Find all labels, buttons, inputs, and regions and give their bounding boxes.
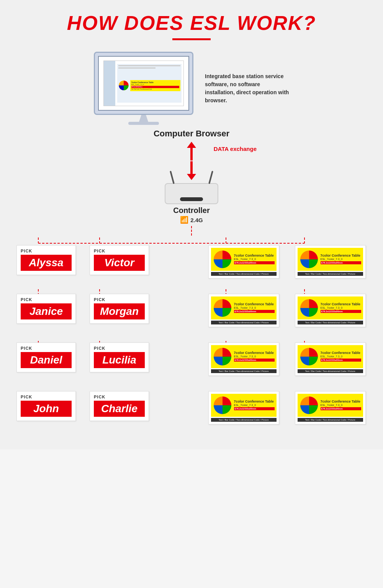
esl-title-1: 7color Conference Table xyxy=(234,254,275,258)
name-card-daniel: PICK Daniel xyxy=(16,342,76,372)
esl-info-3: 7color Conference Table ESL_7color_7.3_0… xyxy=(234,302,275,314)
col-charlie: PICK Charlie xyxy=(90,389,149,423)
arrow-shaft-up xyxy=(190,147,193,161)
col-esl-5: 7color Conference Table ESL_7color_7.3_0… xyxy=(207,341,280,378)
esl-card-3: 7color Conference Table ESL_7color_7.3_0… xyxy=(208,294,279,327)
esl-id-5: E76.2a12333a00mm xyxy=(234,359,275,362)
col-esl-7: 7color Conference Table ESL_7color_7.3_0… xyxy=(207,389,280,426)
esl-inner-2: 7color Conference Table ESL_7color_7.3_0… xyxy=(298,248,363,271)
esl-model-5: ESL_7color_7.3_0 xyxy=(234,355,275,358)
esl-id-3: E76.2a12333a00mm xyxy=(234,310,275,313)
v-line-top xyxy=(191,226,192,236)
name-card-john: PICK John xyxy=(16,391,76,421)
esl-info-5: 7color Conference Table ESL_7color_7.3_0… xyxy=(234,351,275,363)
esl-title-3: 7color Conference Table xyxy=(234,302,275,307)
pick-label-lucilia: PICK xyxy=(94,346,145,351)
pick-label-charlie: PICK xyxy=(94,395,145,399)
esl-info-4: 7color Conference Table ESL_7color_7.3_0… xyxy=(321,302,361,314)
arrow-shaft-down xyxy=(190,161,193,175)
name-card-morgan: PICK Morgan xyxy=(90,294,149,324)
esl-card-7: 7color Conference Table ESL_7color_7.3_0… xyxy=(208,391,279,424)
esl-inner-3: 7color Conference Table ESL_7color_7.3_0… xyxy=(211,296,277,319)
esl-card-6: 7color Conference Table ESL_7color_7.3_0… xyxy=(295,342,366,376)
name-lucilia: Lucilia xyxy=(94,352,145,368)
row-3: PICK Daniel PICK Lucilia xyxy=(8,329,375,378)
signal-label-text: 2.4G xyxy=(190,217,203,223)
row-1: PICK Alyssa PICK Victor xyxy=(8,237,375,280)
esl-inner-5: 7color Conference Table ESL_7color_7.3_0… xyxy=(211,345,277,368)
esl-card-8: 7color Conference Table ESL_7color_7.3_0… xyxy=(295,391,366,424)
esl-info-8: 7color Conference Table ESL_7color_7.3_0… xyxy=(321,400,361,411)
esl-inner-1: 7color Conference Table ESL_7color_7.3_0… xyxy=(211,248,277,271)
router-section: Controller 📶 2.4G xyxy=(0,183,383,224)
esl-title-6: 7color Conference Table xyxy=(321,351,361,355)
esl-id-6: E76.2a12333a00mm xyxy=(321,359,361,362)
esl-info-7: 7color Conference Table ESL_7color_7.3_0… xyxy=(234,400,275,411)
col-john: PICK John xyxy=(16,389,76,423)
name-daniel: Daniel xyxy=(21,352,72,368)
arrow-down-icon xyxy=(187,174,196,180)
esl-card-1: 7color Conference Table ESL_7color_7.3_0… xyxy=(208,245,279,278)
esl-title-7: 7color Conference Table xyxy=(234,400,275,404)
col-morgan: PICK Morgan xyxy=(90,292,149,326)
pick-label-daniel: PICK xyxy=(21,346,72,351)
esl-footer-5: Text / Bar Code / Two-dimensional Code /… xyxy=(211,369,277,373)
router-stripe xyxy=(180,197,203,201)
esl-pie-4 xyxy=(300,298,319,318)
esl-title-8: 7color Conference Table xyxy=(321,400,361,404)
title-underline xyxy=(172,38,211,40)
name-card-charlie: PICK Charlie xyxy=(90,391,149,421)
esl-model-8: ESL_7color_7.3_0 xyxy=(321,404,361,406)
esl-inner-6: 7color Conference Table ESL_7color_7.3_0… xyxy=(298,345,363,368)
esl-inner-8: 7color Conference Table ESL_7color_7.3_0… xyxy=(298,394,363,417)
esl-model-1: ESL_7color_7.3_0 xyxy=(234,258,275,260)
row-2: PICK Janice PICK Morgan xyxy=(8,280,375,329)
esl-model-2: ESL_7color_7.3_0 xyxy=(321,258,361,260)
monitor-base xyxy=(128,122,159,125)
esl-model-3: ESL_7color_7.3_0 xyxy=(234,306,275,309)
pick-label-alyssa: PICK xyxy=(21,249,72,253)
esl-id-8: E76.2a12333a00mm xyxy=(321,407,361,410)
esl-footer-1: Text / Bar Code / Two-dimensional Code /… xyxy=(211,272,277,276)
computer-description: Integrated base station service software… xyxy=(205,72,289,105)
esl-info-2: 7color Conference Table ESL_7color_7.3_0… xyxy=(321,254,361,265)
esl-pie-5 xyxy=(213,347,232,366)
diagram-area: PICK Alyssa PICK Victor xyxy=(8,237,375,434)
computer-section: 7color Conference Table ESL_7color_7.3_0… xyxy=(0,52,383,125)
esl-card-5: 7color Conference Table ESL_7color_7.3_0… xyxy=(208,342,279,376)
esl-title-2: 7color Conference Table xyxy=(321,254,361,258)
esl-model-6: ESL_7color_7.3_0 xyxy=(321,355,361,358)
esl-card-2: 7color Conference Table ESL_7color_7.3_0… xyxy=(295,245,366,278)
name-card-lucilia: PICK Lucilia xyxy=(90,342,149,372)
esl-info-1: 7color Conference Table ESL_7color_7.3_0… xyxy=(234,254,275,265)
vertical-connector-top xyxy=(0,226,383,236)
page-title: HOW DOES ESL WORK? xyxy=(0,11,383,34)
name-card-alyssa: PICK Alyssa xyxy=(16,245,76,275)
col-esl-2: 7color Conference Table ESL_7color_7.3_0… xyxy=(294,243,367,280)
col-esl-1: 7color Conference Table ESL_7color_7.3_0… xyxy=(207,243,280,280)
col-daniel: PICK Daniel xyxy=(16,341,76,374)
esl-title-5: 7color Conference Table xyxy=(234,351,275,355)
esl-id-1: E76.2a12333a00mm xyxy=(234,261,275,264)
col-esl-6: 7color Conference Table ESL_7color_7.3_0… xyxy=(294,341,367,378)
pick-label-victor: PICK xyxy=(94,249,145,253)
page-container: HOW DOES ESL WORK? xyxy=(0,0,383,449)
controller-label: Controller xyxy=(173,206,210,215)
col-esl-3: 7color Conference Table ESL_7color_7.3_0… xyxy=(207,292,280,329)
monitor-screen: 7color Conference Table ESL_7color_7.3_0… xyxy=(98,56,189,111)
col-victor: PICK Victor xyxy=(90,243,149,277)
monitor-stand xyxy=(138,115,149,122)
esl-inner-4: 7color Conference Table ESL_7color_7.3_0… xyxy=(298,296,363,319)
esl-footer-7: Text / Bar Code / Two-dimensional Code /… xyxy=(211,418,277,422)
col-alyssa: PICK Alyssa xyxy=(16,243,76,277)
router-image xyxy=(161,183,222,204)
esl-title-4: 7color Conference Table xyxy=(321,302,361,307)
computer-monitor: 7color Conference Table ESL_7color_7.3_0… xyxy=(94,52,193,125)
name-morgan: Morgan xyxy=(94,303,145,319)
computer-label: Computer Browser xyxy=(0,129,383,139)
pick-label-janice: PICK xyxy=(21,297,72,302)
signal-section: 📶 2.4G xyxy=(180,216,203,224)
esl-footer-4: Text / Bar Code / Two-dimensional Code /… xyxy=(298,321,363,324)
name-victor: Victor xyxy=(94,255,145,271)
esl-inner-7: 7color Conference Table ESL_7color_7.3_0… xyxy=(211,394,277,417)
